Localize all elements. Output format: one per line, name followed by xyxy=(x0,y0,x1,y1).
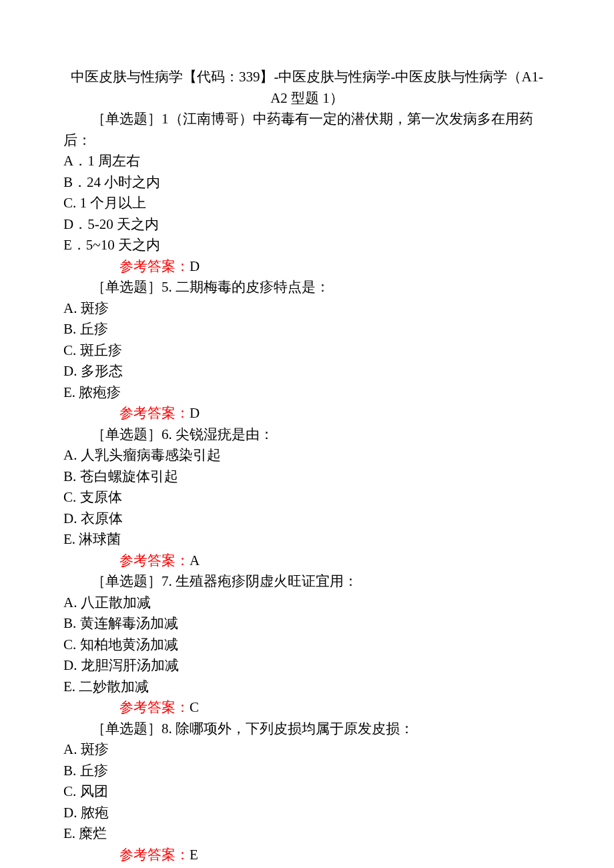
document-page: 中医皮肤与性病学【代码：339】-中医皮肤与性病学-中医皮肤与性病学（A1- A… xyxy=(0,0,614,868)
answer-label: 参考答案： xyxy=(119,258,190,274)
question-option: D. 多形态 xyxy=(63,361,551,382)
answer-line: 参考答案：D xyxy=(63,403,551,424)
question-option: C. 知柏地黄汤加减 xyxy=(63,634,551,656)
answer-value: A xyxy=(190,552,200,568)
answer-line: 参考答案：D xyxy=(63,256,551,278)
question-option: B．24 小时之内 xyxy=(63,172,551,193)
question-option: A．1 周左右 xyxy=(63,151,551,172)
title-line-1: 中医皮肤与性病学【代码：339】-中医皮肤与性病学-中医皮肤与性病学（A1- xyxy=(71,69,543,85)
question-option: B. 丘疹 xyxy=(63,319,551,340)
question-option: C. 支原体 xyxy=(63,487,551,508)
question-option: A. 斑疹 xyxy=(63,739,551,761)
question-option: A. 斑疹 xyxy=(63,298,551,320)
answer-label: 参考答案： xyxy=(119,552,190,568)
question-option: C. 风团 xyxy=(63,781,551,803)
question-option: D. 脓疱 xyxy=(63,803,551,824)
answer-value: E xyxy=(190,847,198,863)
question-stem: ［单选题］9. 下列关于痂的描述中，哪项不正确： xyxy=(63,865,551,868)
question-option: E. 脓疱疹 xyxy=(63,382,551,404)
answer-value: C xyxy=(190,699,199,715)
answer-label: 参考答案： xyxy=(119,405,190,421)
question-option: B. 苍白螺旋体引起 xyxy=(63,466,551,488)
question-stem: ［单选题］7. 生殖器疱疹阴虚火旺证宜用： xyxy=(63,571,551,592)
answer-value: D xyxy=(190,405,200,421)
question-option: E. 糜烂 xyxy=(63,823,551,845)
answer-line: 参考答案：E xyxy=(63,845,551,866)
question-option: B. 黄连解毒汤加减 xyxy=(63,613,551,634)
question-option: C. 1 个月以上 xyxy=(63,193,551,214)
title-line-2: A2 型题 1） xyxy=(270,90,344,106)
answer-value: D xyxy=(190,258,200,274)
question-option: D. 龙胆泻肝汤加减 xyxy=(63,655,551,677)
answer-label: 参考答案： xyxy=(119,699,190,715)
answer-line: 参考答案：C xyxy=(63,697,551,719)
question-option: D．5-20 天之内 xyxy=(63,214,551,236)
document-title: 中医皮肤与性病学【代码：339】-中医皮肤与性病学-中医皮肤与性病学（A1- A… xyxy=(63,67,551,109)
question-stem: ［单选题］8. 除哪项外，下列皮损均属于原发皮损： xyxy=(63,719,551,740)
question-stem: ［单选题］5. 二期梅毒的皮疹特点是： xyxy=(63,277,551,298)
answer-line: 参考答案：A xyxy=(63,550,551,572)
question-option: E．5~10 天之内 xyxy=(63,235,551,256)
question-option: B. 丘疹 xyxy=(63,761,551,782)
answer-label: 参考答案： xyxy=(119,847,190,863)
question-option: A. 八正散加减 xyxy=(63,592,551,614)
question-option: E. 二妙散加减 xyxy=(63,677,551,698)
question-option: E. 淋球菌 xyxy=(63,529,551,550)
question-option: C. 斑丘疹 xyxy=(63,340,551,362)
question-option: D. 衣原体 xyxy=(63,508,551,530)
question-option: A. 人乳头瘤病毒感染引起 xyxy=(63,445,551,466)
question-stem: ［单选题］1（江南博哥）中药毒有一定的潜伏期，第一次发病多在用药后： xyxy=(63,109,551,151)
document-content: ［单选题］1（江南博哥）中药毒有一定的潜伏期，第一次发病多在用药后：A．1 周左… xyxy=(63,109,551,868)
question-stem: ［单选题］6. 尖锐湿疣是由： xyxy=(63,424,551,446)
